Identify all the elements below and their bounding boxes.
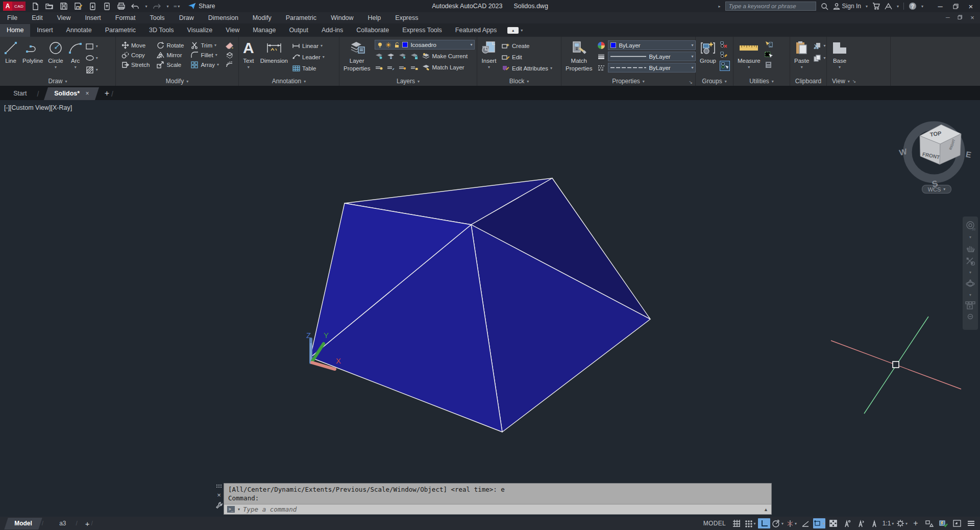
customization-menu-button[interactable] xyxy=(965,518,977,528)
ribbon-tab-view[interactable]: View xyxy=(219,24,246,37)
redo-dropdown[interactable]: ▾ xyxy=(166,4,168,9)
annotation-autoscale-toggle[interactable] xyxy=(854,518,867,528)
trim-button[interactable]: Trim▾ xyxy=(190,40,220,50)
annotation-scale-icon-toggle[interactable] xyxy=(868,518,880,528)
graphics-performance-button[interactable] xyxy=(937,518,949,528)
layer-combo-caret[interactable]: ▾ xyxy=(470,42,472,47)
orbit-dropdown[interactable]: ▾ xyxy=(969,293,971,297)
move-button[interactable]: Move xyxy=(121,40,151,50)
group-button[interactable]: Group xyxy=(698,38,718,76)
ribbon-tab-insert[interactable]: Insert xyxy=(30,24,59,37)
save-to-web-mobile-button[interactable] xyxy=(102,2,111,11)
layer-off-button[interactable] xyxy=(375,52,383,60)
model-space-toggle[interactable]: MODEL xyxy=(700,518,729,528)
save-as-button[interactable] xyxy=(74,2,83,11)
customization-plus-button[interactable]: + xyxy=(910,518,922,528)
isolate-objects-button[interactable] xyxy=(923,518,936,528)
mirror-button[interactable]: Mirror xyxy=(156,50,185,60)
ribbon-tab-collaborate[interactable]: Collaborate xyxy=(350,24,396,37)
clean-screen-button[interactable] xyxy=(951,518,963,528)
layer-select-combo[interactable]: Icosaedro ▾ xyxy=(375,40,475,50)
menu-file[interactable]: File xyxy=(0,14,24,21)
ribbon-tab-express-tools[interactable]: Express Tools xyxy=(396,24,449,37)
new-drawing-button[interactable] xyxy=(31,2,40,11)
panel-title-layers[interactable]: Layers▾ xyxy=(339,78,477,85)
restore-button[interactable] xyxy=(948,1,963,12)
snap-toggle[interactable]: ▾ xyxy=(744,518,756,528)
menu-express[interactable]: Express xyxy=(388,14,425,21)
leader-button[interactable]: Leader▾ xyxy=(292,52,325,62)
menu-dimension[interactable]: Dimension xyxy=(201,14,246,21)
dimension-button[interactable]: Dimension xyxy=(258,38,290,76)
menu-draw[interactable]: Draw xyxy=(172,14,201,21)
match-properties-button[interactable]: MatchProperties xyxy=(564,38,594,76)
layer-unisolate-button[interactable] xyxy=(386,63,395,71)
line-button[interactable]: Line xyxy=(2,38,19,76)
create-block-button[interactable]: Create xyxy=(502,41,552,51)
open-from-web-mobile-button[interactable] xyxy=(88,2,97,11)
rectangle-button[interactable]: ▾ xyxy=(86,41,98,51)
layer-isolate-button[interactable] xyxy=(386,52,395,60)
close-button[interactable]: × xyxy=(964,1,978,12)
sign-in-button[interactable]: Sign In xyxy=(833,3,861,10)
circle-button[interactable]: Circle▾ xyxy=(46,38,65,76)
layer-lock-button[interactable] xyxy=(410,52,418,60)
properties-panel-launcher[interactable]: ↘ xyxy=(689,80,693,85)
object-snap-toggle[interactable]: ▾ xyxy=(813,518,825,528)
table-button[interactable]: Table xyxy=(292,63,325,73)
showmotion-icon[interactable] xyxy=(965,301,975,309)
edit-block-button[interactable]: Edit xyxy=(502,52,552,62)
share-button[interactable]: Share xyxy=(188,3,215,10)
ellipse-button[interactable]: ▾ xyxy=(86,53,98,63)
undo-button[interactable] xyxy=(131,2,140,11)
arc-button[interactable]: Arc▾ xyxy=(66,38,85,76)
viewcube[interactable]: W E S TOP FRONT RIGHT WCS▾ xyxy=(896,113,978,200)
fillet-button[interactable]: Fillet▾ xyxy=(190,50,220,60)
orbit-icon[interactable] xyxy=(966,279,975,288)
doc-close-button[interactable]: × xyxy=(967,12,978,22)
menu-help[interactable]: Help xyxy=(361,14,388,21)
stretch-button[interactable]: Stretch xyxy=(121,60,151,69)
redo-button[interactable] xyxy=(152,2,161,11)
rotate-button[interactable]: Rotate xyxy=(156,40,185,50)
zoom-dropdown[interactable]: ▾ xyxy=(969,270,971,275)
icosahedron-solid[interactable] xyxy=(310,178,650,432)
polar-tracking-toggle[interactable]: ▾ xyxy=(772,518,784,528)
new-drawing-tab-button[interactable]: + xyxy=(105,89,109,100)
search-button[interactable] xyxy=(821,3,828,10)
measure-button[interactable]: Measure▾ xyxy=(736,38,763,76)
panel-title-view[interactable]: View▾↘ xyxy=(827,78,890,85)
panel-title-block[interactable]: Block▾ xyxy=(477,78,561,85)
grid-toggle[interactable] xyxy=(730,518,743,528)
menu-format[interactable]: Format xyxy=(108,14,143,21)
isometric-drafting-toggle[interactable]: ▾ xyxy=(786,518,798,528)
navbar-customize-icon[interactable] xyxy=(967,314,973,320)
scale-button[interactable]: Scale xyxy=(156,60,185,69)
plot-button[interactable] xyxy=(116,2,126,11)
wcs-menu-button[interactable]: WCS▾ xyxy=(922,185,951,194)
panel-title-clipboard[interactable]: Clipboard xyxy=(790,78,826,85)
layer-freeze-button[interactable] xyxy=(398,52,406,60)
doc-minimize-button[interactable]: ─ xyxy=(942,12,953,22)
quick-select-button[interactable] xyxy=(765,40,773,49)
command-recent-dropdown[interactable]: ▾ xyxy=(238,507,240,512)
doc-restore-button[interactable] xyxy=(954,12,966,22)
linear-dimension-button[interactable]: Linear▾ xyxy=(292,41,325,51)
layer-properties-button[interactable]: LayerProperties xyxy=(341,38,372,76)
menu-edit[interactable]: Edit xyxy=(24,14,50,21)
ribbon-tab-add-ins[interactable]: Add-ins xyxy=(315,24,350,37)
help-search-input[interactable] xyxy=(725,2,816,11)
open-button[interactable] xyxy=(45,2,54,11)
ribbon-tab-output[interactable]: Output xyxy=(282,24,315,37)
command-customize-wrench-icon[interactable] xyxy=(216,502,223,509)
ribbon-tab-home[interactable]: Home xyxy=(0,24,30,37)
insert-block-button[interactable]: Insert▾ xyxy=(479,38,499,76)
offset-button[interactable] xyxy=(226,60,235,69)
base-button[interactable]: Base▾ xyxy=(829,38,850,76)
menu-insert[interactable]: Insert xyxy=(78,14,108,21)
transparency-toggle[interactable] xyxy=(827,518,839,528)
annotation-scale-value[interactable]: 1:1▾ xyxy=(882,518,894,528)
save-button[interactable] xyxy=(59,2,68,11)
array-button[interactable]: Array▾ xyxy=(190,60,220,69)
menu-view[interactable]: View xyxy=(50,14,78,21)
